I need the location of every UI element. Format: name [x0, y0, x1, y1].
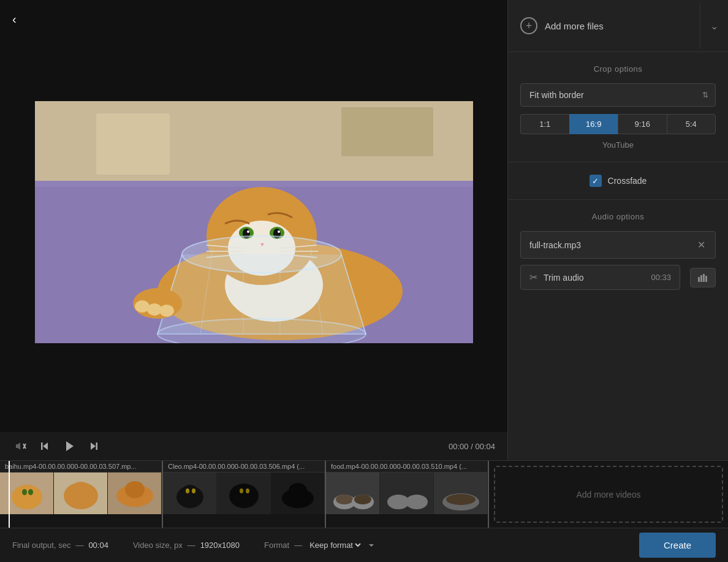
- prev-button[interactable]: [37, 438, 53, 454]
- crop-options-section: Crop options Fit with border Crop to fil…: [508, 52, 728, 162]
- svg-point-50: [22, 489, 27, 495]
- time-display: 00:00 / 00:04: [449, 442, 495, 451]
- trim-label: Trim audio: [544, 273, 645, 283]
- timeline-area: baihu.mp4-00.00.00.000-00.00.03.507.mp..…: [0, 460, 728, 528]
- next-button[interactable]: [86, 438, 102, 454]
- add-files-label: Add more files: [545, 21, 604, 31]
- clear-audio-button[interactable]: ✕: [696, 238, 707, 252]
- crop-options-title: Crop options: [520, 64, 716, 74]
- filmstrip-food-label: food.mp4-00.00.00.000-00.00.03.510.mp4 (…: [326, 461, 488, 473]
- svg-point-72: [336, 495, 353, 504]
- create-button[interactable]: Create: [639, 533, 716, 558]
- audio-options-title: Audio options: [520, 212, 716, 221]
- output-value: 00:04: [88, 541, 108, 550]
- output-field: Final output, sec — 00:04: [12, 541, 108, 550]
- add-videos-section[interactable]: Add more videos: [494, 466, 723, 523]
- back-button[interactable]: ‹: [0, 0, 29, 39]
- total-time: 00:04: [475, 442, 495, 451]
- time-separator: /: [471, 442, 473, 451]
- filmstrip-frame: [271, 473, 325, 514]
- svg-point-54: [70, 482, 92, 500]
- audio-filename-row: full-track.mp3 ✕: [520, 231, 716, 259]
- svg-rect-3: [96, 113, 170, 175]
- audio-bars-button[interactable]: [690, 268, 716, 287]
- timeline-marker: [9, 461, 10, 528]
- size-field: Video size, px — 1920x1080: [133, 541, 240, 550]
- svg-point-64: [229, 484, 259, 508]
- crop-dropdown-wrapper: Fit with border Crop to fill Stretch ⇅: [520, 83, 716, 107]
- crossfade-checkbox[interactable]: ✓: [590, 175, 602, 187]
- filmstrip-frame: [163, 473, 217, 514]
- filmstrip-baihu-label: baihu.mp4-00.00.00.000-00.00.03.507.mp..…: [0, 461, 162, 473]
- svg-point-69: [289, 483, 307, 499]
- svg-point-74: [354, 495, 371, 504]
- video-preview: [35, 101, 473, 343]
- audio-filename: full-track.mp3: [529, 240, 696, 250]
- filmstrip-frame: [434, 473, 488, 514]
- play-button[interactable]: [60, 437, 78, 455]
- chevron-button[interactable]: ⌄: [700, 3, 728, 49]
- plus-icon: +: [520, 17, 537, 34]
- svg-point-57: [125, 481, 145, 498]
- filmstrip-food: food.mp4-00.00.00.000-00.00.03.510.mp4 (…: [326, 461, 489, 528]
- svg-rect-45: [703, 274, 705, 282]
- current-time: 00:00: [449, 442, 469, 451]
- trim-time: 00:33: [651, 273, 671, 282]
- filmstrip-cleo-frames: [163, 473, 325, 528]
- svg-point-16: [278, 230, 280, 233]
- svg-rect-42: [96, 442, 98, 450]
- ratio-buttons-group: 1:1 16:9 9:16 5:4: [520, 114, 716, 134]
- svg-point-66: [246, 488, 249, 493]
- filmstrip-cleo: Cleo.mp4-00.00.00.000-00.00.03.506.mp4 (…: [163, 461, 326, 528]
- add-files-button[interactable]: + Add more files: [508, 0, 700, 51]
- scissors-icon: ✂: [529, 272, 537, 283]
- format-label: Format: [264, 541, 289, 550]
- crop-dropdown[interactable]: Fit with border Crop to fill Stretch: [520, 83, 716, 107]
- svg-rect-46: [705, 276, 707, 282]
- svg-marker-41: [91, 442, 96, 450]
- video-controls: 00:00 / 00:04: [0, 432, 507, 460]
- mute-button[interactable]: [12, 438, 29, 455]
- format-chevron-icon: [368, 542, 375, 549]
- video-container: [0, 0, 507, 432]
- filmstrip-frame: [326, 473, 380, 514]
- svg-point-35: [159, 305, 174, 317]
- ratio-9-16-button[interactable]: 9:16: [618, 114, 667, 134]
- svg-rect-4: [341, 107, 433, 156]
- output-separator: —: [75, 541, 83, 550]
- ratio-1-1-button[interactable]: 1:1: [520, 114, 569, 134]
- filmstrip-cleo-label: Cleo.mp4-00.00.00.000-00.00.03.506.mp4 (…: [163, 461, 325, 473]
- format-select[interactable]: Keep format MP4 MOV AVI: [307, 540, 363, 550]
- svg-point-15: [247, 230, 249, 233]
- filmstrip-frame: [54, 473, 108, 514]
- crossfade-label[interactable]: ✓ Crossfade: [590, 175, 647, 187]
- filmstrip-food-frames: [326, 473, 488, 528]
- svg-marker-40: [66, 441, 74, 451]
- filmstrip-frame: [108, 473, 162, 514]
- output-label: Final output, sec: [12, 541, 70, 550]
- add-videos-label: Add more videos: [576, 490, 640, 499]
- ratio-16-9-button[interactable]: 16:9: [569, 114, 618, 134]
- bottom-bar: Final output, sec — 00:04 Video size, px…: [0, 528, 728, 562]
- audio-options-section: Audio options full-track.mp3 ✕ ✂ Trim au…: [508, 200, 728, 302]
- size-label: Video size, px: [133, 541, 183, 550]
- youtube-label: YouTube: [520, 140, 716, 150]
- svg-rect-39: [41, 442, 43, 450]
- main-area: ‹: [0, 0, 728, 460]
- svg-marker-38: [43, 442, 48, 450]
- svg-rect-43: [698, 277, 700, 282]
- filmstrip-frame: [380, 473, 434, 514]
- filmstrip-baihu: baihu.mp4-00.00.00.000-00.00.03.507.mp..…: [0, 461, 163, 528]
- svg-rect-70: [326, 473, 380, 514]
- svg-point-77: [406, 495, 428, 509]
- crossfade-text: Crossfade: [608, 176, 647, 186]
- svg-point-60: [181, 485, 199, 499]
- timeline-wrapper: baihu.mp4-00.00.00.000-00.00.03.507.mp..…: [0, 461, 728, 528]
- svg-point-80: [446, 494, 476, 505]
- filmstrip-frame: [217, 473, 271, 514]
- video-panel: ‹: [0, 0, 507, 460]
- crossfade-section: ✓ Crossfade: [508, 162, 728, 200]
- svg-rect-75: [380, 473, 434, 514]
- ratio-5-4-button[interactable]: 5:4: [667, 114, 716, 134]
- svg-point-62: [192, 488, 195, 493]
